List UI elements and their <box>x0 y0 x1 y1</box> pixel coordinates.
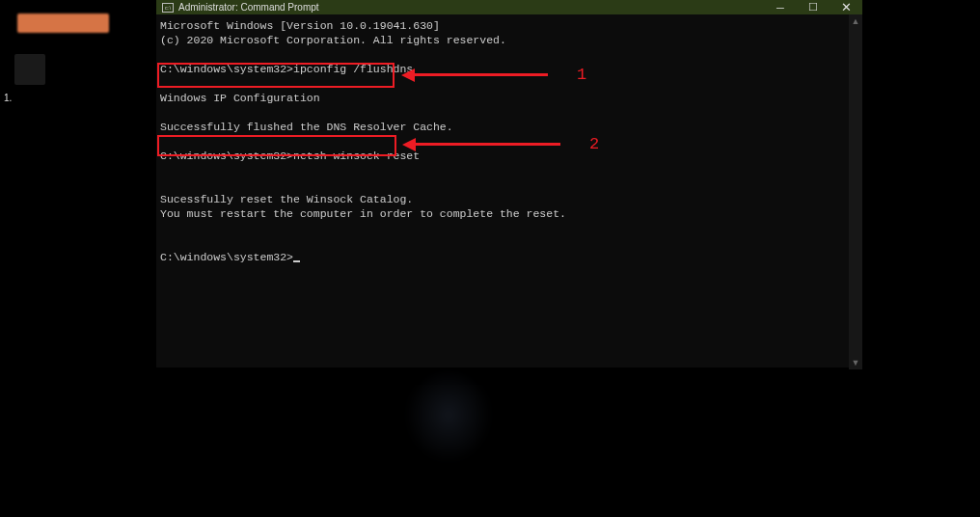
terminal-line: (c) 2020 Microsoft Corporation. All righ… <box>160 34 506 46</box>
close-button[interactable]: ✕ <box>830 0 862 14</box>
terminal-body: Microsoft Windows [Version 10.0.19041.63… <box>156 14 862 369</box>
annotation-box-1 <box>157 63 395 88</box>
terminal-line: Microsoft Windows [Version 10.0.19041.63… <box>160 19 440 32</box>
arrow-left-icon <box>402 138 416 151</box>
cursor-icon <box>293 260 300 262</box>
terminal-line: You must restart the computer in order t… <box>160 207 566 220</box>
vertical-scrollbar[interactable]: ▲ ▼ <box>849 14 862 369</box>
minimize-button[interactable]: ─ <box>764 0 797 14</box>
arrow-left-icon <box>401 68 415 82</box>
window-titlebar[interactable]: c:\ Administrator: Command Prompt ─ ☐ ✕ <box>156 0 862 14</box>
background-wallpaper-blur <box>405 367 492 463</box>
annotation-arrow-2: 2 <box>402 137 599 151</box>
terminal-line: Sucessfully reset the Winsock Catalog. <box>160 193 413 205</box>
desktop-thumbnail-1[interactable] <box>17 14 109 33</box>
command-prompt-window: c:\ Administrator: Command Prompt ─ ☐ ✕ … <box>156 0 862 367</box>
annotation-box-2 <box>157 135 396 156</box>
cmd-icon: c:\ <box>162 3 174 13</box>
desktop-thumbnail-label: 1. <box>4 93 12 103</box>
maximize-button[interactable]: ☐ <box>797 0 830 14</box>
annotation-label-1: 1 <box>577 68 586 82</box>
window-controls: ─ ☐ ✕ <box>764 0 862 14</box>
scroll-up-icon[interactable]: ▲ <box>849 14 862 28</box>
annotation-arrow-1: 1 <box>401 68 586 82</box>
arrow-shaft <box>415 73 548 76</box>
window-title: Administrator: Command Prompt <box>178 2 764 13</box>
desktop-thumbnail-2[interactable] <box>14 54 45 85</box>
desktop-background-area: 1. <box>0 0 154 517</box>
arrow-shaft <box>416 143 560 146</box>
annotation-label-2: 2 <box>589 137 599 151</box>
terminal-line: Successfully flushed the DNS Resolver Ca… <box>160 121 453 133</box>
terminal-line: Windows IP Configuration <box>160 92 320 104</box>
terminal-content[interactable]: Microsoft Windows [Version 10.0.19041.63… <box>156 14 849 369</box>
terminal-prompt: C:\windows\system32> <box>160 251 293 263</box>
scroll-down-icon[interactable]: ▼ <box>849 356 862 369</box>
